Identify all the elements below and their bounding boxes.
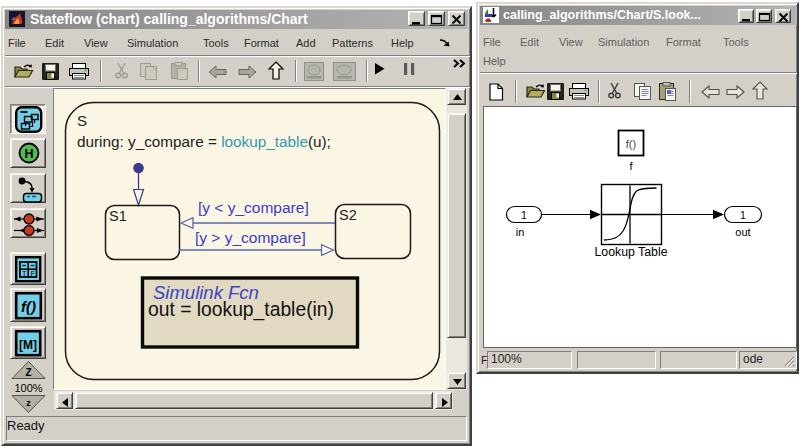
svg-text:1: 1 bbox=[740, 209, 746, 221]
svg-text:[M]: [M] bbox=[19, 338, 37, 352]
svg-text:T: T bbox=[22, 270, 26, 277]
svg-text:H: H bbox=[24, 147, 33, 161]
svg-text:out: out bbox=[735, 226, 750, 238]
svg-text:[y > y_compare]: [y > y_compare] bbox=[195, 229, 306, 246]
svg-text:out = lookup_table(in): out = lookup_table(in) bbox=[148, 299, 334, 321]
svg-text:f(): f() bbox=[21, 298, 36, 315]
svg-text:Lookup Table: Lookup Table bbox=[595, 245, 668, 259]
svg-text:[y < y_compare]: [y < y_compare] bbox=[198, 199, 309, 216]
svg-text:F: F bbox=[31, 270, 35, 277]
svg-text:1: 1 bbox=[521, 209, 527, 221]
svg-text:z: z bbox=[26, 398, 31, 408]
svg-text:S: S bbox=[77, 112, 87, 129]
svg-text:S1: S1 bbox=[109, 208, 127, 224]
svg-text:Z: Z bbox=[25, 367, 31, 378]
svg-text:in: in bbox=[516, 226, 525, 238]
svg-text:S2: S2 bbox=[339, 207, 357, 223]
svg-text:f: f bbox=[629, 160, 633, 172]
svg-text:100%: 100% bbox=[14, 382, 42, 394]
svg-text:during: y_compare = lookup_tab: during: y_compare = lookup_table(u); bbox=[77, 133, 331, 150]
svg-text:f(): f() bbox=[626, 138, 636, 150]
